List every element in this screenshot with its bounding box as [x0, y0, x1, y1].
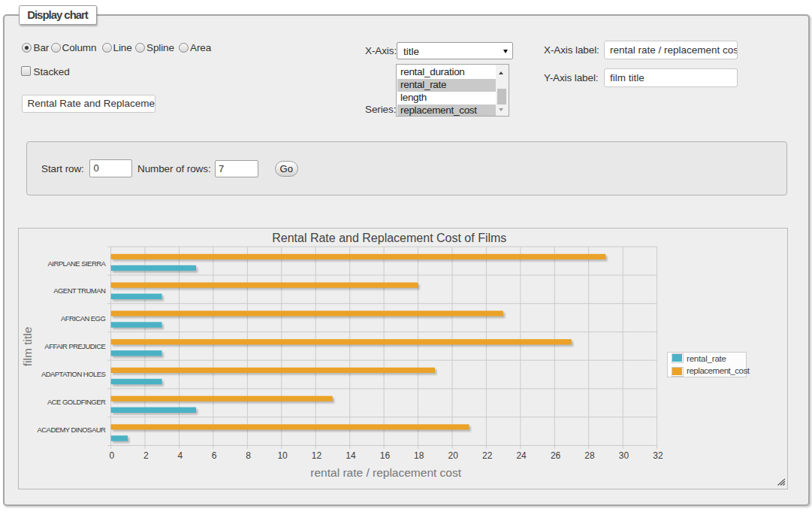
svg-text:6: 6	[212, 450, 217, 461]
svg-text:Rental Rate and Replacement Co: Rental Rate and Replacement Cost of Film…	[272, 232, 506, 244]
svg-text:film title: film title	[21, 327, 34, 367]
svg-text:ACE GOLDFINGER: ACE GOLDFINGER	[47, 398, 106, 406]
svg-text:20: 20	[448, 450, 459, 461]
svg-text:32: 32	[653, 450, 663, 461]
svg-text:ACADEMY DINOSAUR: ACADEMY DINOSAUR	[38, 426, 106, 434]
svg-text:28: 28	[584, 450, 595, 461]
svg-text:26: 26	[551, 450, 561, 461]
svg-text:rental rate / replacement cost: rental rate / replacement cost	[310, 466, 461, 479]
svg-text:10: 10	[277, 450, 288, 461]
svg-text:8: 8	[246, 450, 251, 461]
svg-text:AGENT TRUMAN: AGENT TRUMAN	[53, 286, 106, 295]
svg-text:22: 22	[482, 450, 493, 461]
svg-text:AFRICAN EGG: AFRICAN EGG	[61, 314, 106, 323]
svg-text:0: 0	[110, 450, 115, 461]
svg-text:14: 14	[346, 450, 356, 461]
svg-text:30: 30	[619, 450, 629, 461]
svg-text:24: 24	[516, 450, 527, 461]
svg-text:AIRPLANE SIERRA: AIRPLANE SIERRA	[48, 259, 107, 268]
svg-text:4: 4	[177, 450, 183, 461]
svg-text:12: 12	[312, 450, 322, 461]
svg-text:ADAPTATION HOLES: ADAPTATION HOLES	[41, 370, 106, 378]
svg-text:16: 16	[380, 450, 391, 461]
svg-text:2: 2	[143, 450, 149, 461]
svg-text:18: 18	[414, 450, 424, 461]
svg-text:AFFAIR PREJUDICE: AFFAIR PREJUDICE	[44, 342, 105, 350]
